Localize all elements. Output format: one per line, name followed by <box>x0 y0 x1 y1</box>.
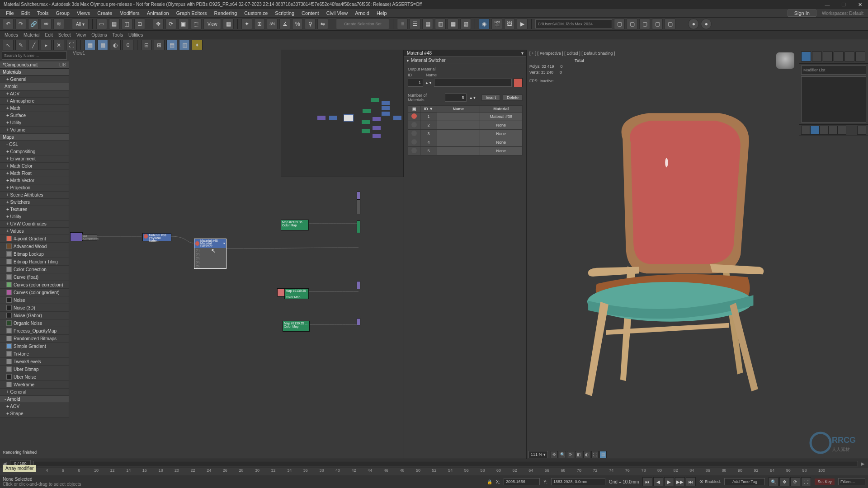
window-crossing-button[interactable]: ⊡ <box>134 19 145 29</box>
map-process-opacitymap[interactable]: Process_OpacityMap <box>0 327 69 335</box>
node-graph[interactable]: View1 our Components Material #38Physica… <box>69 50 404 459</box>
stack-cfg2[interactable] <box>857 126 866 135</box>
tree-mathvector[interactable]: + Math Vector <box>0 177 69 184</box>
sme-pick-tool[interactable]: ✎ <box>15 40 26 51</box>
sme-utilities[interactable]: Utilities <box>128 33 143 38</box>
node-stub-e[interactable] <box>357 318 360 325</box>
tree-general[interactable]: + General <box>0 76 69 83</box>
cmd-utilities[interactable] <box>855 52 865 61</box>
window-max[interactable]: ☐ <box>835 0 852 9</box>
percent-snap-button[interactable]: % <box>292 19 303 29</box>
menu-animation[interactable]: Animation <box>144 10 172 16</box>
pivot-button[interactable]: ▦ <box>223 19 234 29</box>
map-organic-noise[interactable]: Organic Noise <box>0 319 69 327</box>
navigator-minimap[interactable] <box>281 50 404 177</box>
insert-button[interactable]: Insert <box>481 94 500 101</box>
table-row[interactable]: 1Material #38 <box>408 113 523 121</box>
sme-options[interactable]: Options <box>91 33 107 38</box>
add-time-tag[interactable]: Add Time Tag <box>724 478 765 485</box>
key-filters[interactable]: Filters... <box>838 478 865 485</box>
vp-icon-roll[interactable]: ◐ <box>583 451 590 458</box>
menu-create[interactable]: Create <box>94 10 115 16</box>
menu-content[interactable]: Content <box>298 10 322 16</box>
angle-snap-button[interactable]: ∡ <box>279 19 290 29</box>
layers-button[interactable]: ☰ <box>410 19 420 29</box>
group-arnold[interactable]: Arnold <box>0 83 69 90</box>
sme-preview-a[interactable]: ◐ <box>110 40 121 51</box>
node-map-1[interactable]: Map #2139.36 ...Color Map <box>281 220 309 230</box>
play-start[interactable]: ⏮ <box>642 477 652 486</box>
sme-edit[interactable]: Edit <box>45 33 53 38</box>
unlink-button[interactable]: ⚮ <box>41 19 52 29</box>
tree-aov2[interactable]: + AOV <box>0 403 69 410</box>
scale-button[interactable]: ▣ <box>178 19 189 29</box>
map-tweak-levels[interactable]: Tweak/Levels <box>0 358 69 366</box>
sme-layout-a[interactable]: ⊟ <box>141 40 152 51</box>
node-material-switcher[interactable]: Material #48Material Switcher ▾ (1) (2) … <box>194 239 226 269</box>
col-thumb[interactable]: ▣ <box>408 106 420 113</box>
table-row[interactable]: 3None <box>408 130 523 138</box>
tree-compositing[interactable]: + Compositing <box>0 148 69 155</box>
play-next[interactable]: ▶▶ <box>675 477 685 486</box>
menu-grapheditors[interactable]: Graph Editors <box>173 10 210 16</box>
tree-values[interactable]: + Values <box>0 228 69 235</box>
cmd-display[interactable] <box>844 52 854 61</box>
sme-delete-tool[interactable]: ✕ <box>53 40 64 51</box>
map-uber-bitmap[interactable]: Uber Bitmap <box>0 366 69 373</box>
tree-surface[interactable]: + Surface <box>0 112 69 119</box>
sme-layout-e[interactable]: ✦ <box>192 40 203 51</box>
tool-e[interactable]: ▢ <box>665 19 675 29</box>
node-material-38[interactable]: Material #38Physical Mater... <box>142 233 171 241</box>
cmd-hierarchy[interactable] <box>823 52 833 61</box>
tree-uvw[interactable]: + UVW Coordinates <box>0 221 69 228</box>
col-name[interactable]: Name <box>437 106 480 113</box>
tool-a[interactable]: ▢ <box>614 19 625 29</box>
selection-filter[interactable]: All ▾ <box>72 19 89 29</box>
group-materials[interactable]: Materials <box>0 69 69 76</box>
map-uber-noise[interactable]: Uber Noise <box>0 373 69 381</box>
stack-remove[interactable] <box>828 126 837 135</box>
map-simple-gradient[interactable]: Simple Gradient <box>0 343 69 350</box>
vp-icon-fov[interactable]: ◧ <box>575 451 582 458</box>
map-bitmap-random-tiling[interactable]: Bitmap Random Tiling <box>0 258 69 266</box>
stack-pin[interactable] <box>801 126 810 135</box>
cmd-create[interactable] <box>801 52 811 61</box>
sme-material[interactable]: Material <box>24 33 40 38</box>
sme-show-map[interactable]: ▦ <box>85 40 95 51</box>
rotate-button[interactable]: ⟳ <box>165 19 176 29</box>
select-button[interactable]: ▭ <box>96 19 107 29</box>
table-row[interactable]: 2None <box>408 121 523 130</box>
time-slider[interactable]: ◀ 0 / 100 ▶ <box>0 459 868 468</box>
nav-max[interactable]: ⛶ <box>801 477 811 486</box>
menu-views[interactable]: Views <box>74 10 93 16</box>
align-button[interactable]: ≡ <box>397 19 408 29</box>
nav-orbit[interactable]: ⟳ <box>790 477 800 486</box>
sme-view[interactable]: View <box>76 33 86 38</box>
table-row[interactable]: 5None <box>408 147 523 155</box>
sme-select-tool[interactable]: ↖ <box>3 40 14 51</box>
sme-select[interactable]: Select <box>58 33 71 38</box>
sme-layout-d[interactable]: ▥ <box>179 40 190 51</box>
map-wireframe[interactable]: Wireframe <box>0 381 69 389</box>
node-stub-b[interactable] <box>357 200 360 214</box>
tree-utility[interactable]: + Utility <box>0 119 69 127</box>
map-noise[interactable]: Noise <box>0 296 69 304</box>
sme-move-children[interactable]: ⛶ <box>66 40 77 51</box>
table-row[interactable]: 4None <box>408 138 523 147</box>
sme-show-bg[interactable]: ▩ <box>97 40 108 51</box>
cmd-modify[interactable] <box>812 52 822 61</box>
node-stub-a[interactable] <box>357 192 360 200</box>
sme-assign-tool[interactable]: ▸ <box>41 40 52 51</box>
placement-button[interactable]: ⬚ <box>191 19 202 29</box>
modifier-list[interactable]: Modifier List <box>801 66 866 75</box>
viewport-label[interactable]: [ + ] [ Perspective ] [ Edited ] [ Defau… <box>529 51 615 56</box>
tree-mathcolor[interactable]: + Math Color <box>0 163 69 170</box>
param-section[interactable]: Material Switcher <box>411 58 446 63</box>
vp-icon-max[interactable]: ⛶ <box>591 451 599 458</box>
tool-d[interactable]: ▢ <box>652 19 663 29</box>
select-region-button[interactable]: ◫ <box>122 19 132 29</box>
sme-wire-tool[interactable]: ╱ <box>28 40 39 51</box>
tool-f[interactable]: ● <box>688 19 699 29</box>
time-ruler[interactable]: 0246810121416182022242628303234363840424… <box>0 468 868 475</box>
setkey-button[interactable]: Set Key <box>815 479 835 485</box>
